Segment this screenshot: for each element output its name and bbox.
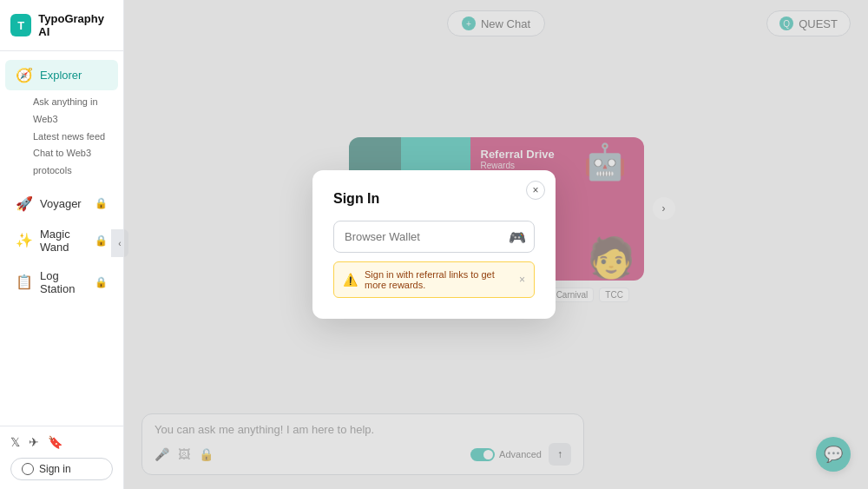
alert-close-button[interactable]: × xyxy=(519,274,525,286)
signin-modal: Sign In × 🎮 ⚠️ Sign in with referral lin… xyxy=(312,170,556,319)
alert-text: Sign in with referral links to get more … xyxy=(365,269,512,290)
modal-backdrop: Sign In × 🎮 ⚠️ Sign in with referral lin… xyxy=(0,0,868,489)
wallet-input-wrapper: 🎮 xyxy=(333,221,535,253)
wallet-input[interactable] xyxy=(333,221,535,253)
wallet-icon: 🎮 xyxy=(509,228,526,245)
modal-close-button[interactable]: × xyxy=(526,181,545,200)
modal-alert: ⚠️ Sign in with referral links to get mo… xyxy=(333,261,535,298)
modal-title: Sign In xyxy=(333,191,535,207)
alert-warning-icon: ⚠️ xyxy=(343,273,358,287)
